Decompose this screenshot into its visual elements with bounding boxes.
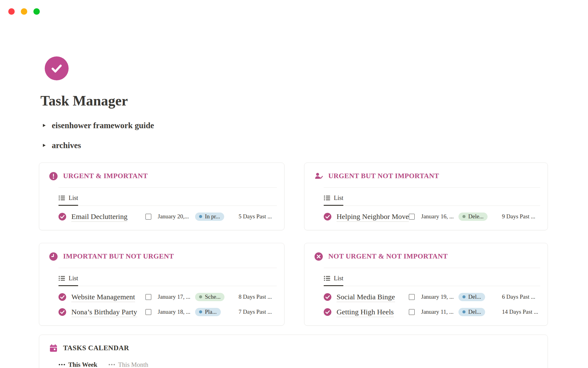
done-checkbox[interactable] bbox=[409, 294, 415, 300]
task-row: Email Decluttering January 20,... In pr.… bbox=[58, 213, 277, 221]
status-pill[interactable]: Del... bbox=[458, 308, 485, 316]
days-past-due: 6 Days Past ... bbox=[502, 293, 540, 300]
view-tabs: List bbox=[324, 268, 540, 286]
quadrant-card-not-urgent-not-important: NOT URGENT & NOT IMPORTANT List Social M… bbox=[304, 243, 548, 326]
days-past-due: 7 Days Past ... bbox=[239, 309, 277, 315]
clock-circle-icon bbox=[49, 252, 58, 261]
task-title-link[interactable]: Helping Neighbor Move bbox=[337, 213, 409, 222]
list-view-tab[interactable]: List bbox=[58, 275, 78, 286]
task-row: Getting High Heels January 11, ... Del..… bbox=[324, 308, 540, 316]
status-pill[interactable]: In pr... bbox=[195, 213, 224, 221]
task-due-date[interactable]: January 16, ... bbox=[421, 213, 458, 220]
task-title-link[interactable]: Social Media Binge bbox=[337, 293, 395, 302]
completed-check-circle-icon[interactable] bbox=[58, 308, 66, 316]
zoom-button[interactable] bbox=[33, 8, 40, 15]
list-view-tab[interactable]: List bbox=[324, 275, 343, 286]
view-tab-label: List bbox=[69, 194, 78, 201]
status-pill[interactable]: Sche... bbox=[195, 293, 224, 301]
task-title-link[interactable]: Website Management bbox=[71, 293, 135, 302]
completed-check-circle-icon[interactable] bbox=[324, 213, 331, 220]
view-tab-label: This Week bbox=[68, 361, 97, 368]
toggle-label: eisenhower framework guide bbox=[52, 121, 154, 130]
toggle-eisenhower-framework-guide[interactable]: eisenhower framework guide bbox=[43, 121, 548, 130]
completed-check-circle-icon[interactable] bbox=[58, 213, 66, 220]
task-manager-page: Task Manager eisenhower framework guide … bbox=[39, 56, 548, 368]
task-row: Website Management January 17, ... Sche.… bbox=[58, 293, 277, 301]
days-past-due: 14 Days Past ... bbox=[502, 309, 540, 315]
toggle-label: archives bbox=[52, 141, 81, 150]
close-button[interactable] bbox=[8, 8, 15, 15]
days-past-due: 9 Days Past ... bbox=[502, 213, 540, 220]
table-view-icon bbox=[58, 364, 65, 366]
quadrant-title: NOT URGENT & NOT IMPORTANT bbox=[328, 252, 448, 260]
task-title-link[interactable]: Email Decluttering bbox=[71, 213, 127, 222]
page-title: Task Manager bbox=[40, 93, 548, 109]
status-dot-icon bbox=[199, 215, 202, 218]
calendar-view-tabs: This Week This Month bbox=[58, 361, 540, 368]
list-icon bbox=[324, 275, 330, 281]
toggle-archives[interactable]: archives bbox=[43, 141, 548, 150]
tasks-calendar-card: TASKS CALENDAR This Week This Month bbox=[39, 335, 548, 368]
list-icon bbox=[58, 195, 65, 201]
view-tabs: List bbox=[58, 188, 277, 206]
completed-check-circle-icon[interactable] bbox=[58, 293, 66, 301]
done-checkbox[interactable] bbox=[145, 309, 151, 315]
list-icon bbox=[324, 195, 330, 201]
table-view-icon bbox=[108, 364, 115, 366]
days-past-due: 8 Days Past ... bbox=[239, 293, 277, 300]
status-pill[interactable]: Del... bbox=[458, 293, 485, 301]
view-tab-label: List bbox=[334, 194, 343, 201]
exclamation-circle-icon bbox=[49, 172, 58, 180]
task-due-date[interactable]: January 18, ... bbox=[158, 309, 195, 315]
status-dot-icon bbox=[462, 295, 466, 298]
task-row: Social Media Binge January 19, ... Del..… bbox=[324, 293, 540, 301]
minimize-button[interactable] bbox=[21, 8, 27, 15]
x-circle-icon bbox=[315, 252, 323, 261]
task-due-date[interactable]: January 11, ... bbox=[421, 309, 458, 315]
quadrant-title: URGENT BUT NOT IMPORTANT bbox=[328, 172, 439, 180]
task-title-link[interactable]: Getting High Heels bbox=[337, 308, 394, 317]
status-pill[interactable]: Dele... bbox=[458, 213, 488, 221]
view-tab-label: List bbox=[334, 275, 343, 282]
calendar-card-title: TASKS CALENDAR bbox=[63, 344, 129, 352]
view-tabs: List bbox=[58, 268, 277, 286]
quadrant-grid: URGENT & IMPORTANT List Email Declutteri… bbox=[39, 163, 548, 326]
status-pill[interactable]: Pla... bbox=[195, 308, 221, 316]
done-checkbox[interactable] bbox=[409, 309, 415, 315]
chevron-right-icon[interactable] bbox=[43, 123, 46, 128]
list-icon bbox=[58, 275, 65, 281]
done-checkbox[interactable] bbox=[409, 214, 415, 220]
page-check-circle-icon[interactable] bbox=[45, 56, 69, 80]
done-checkbox[interactable] bbox=[145, 214, 151, 220]
window-controls bbox=[8, 8, 40, 15]
chevron-right-icon[interactable] bbox=[43, 143, 46, 148]
checkmark-icon bbox=[50, 61, 64, 75]
view-tabs: List bbox=[324, 188, 540, 206]
view-tab-this-week[interactable]: This Week bbox=[58, 361, 97, 368]
quadrant-card-urgent-but-not-important: URGENT BUT NOT IMPORTANT List Helping Ne… bbox=[304, 163, 548, 230]
task-row: Nona’s Birthday Party January 18, ... Pl… bbox=[58, 308, 277, 316]
days-past-due: 5 Days Past ... bbox=[239, 213, 277, 220]
quadrant-title: URGENT & IMPORTANT bbox=[63, 172, 148, 180]
done-checkbox[interactable] bbox=[145, 294, 151, 300]
task-due-date[interactable]: January 17, ... bbox=[158, 293, 195, 300]
task-due-date[interactable]: January 19, ... bbox=[421, 293, 458, 300]
status-dot-icon bbox=[199, 310, 202, 313]
status-dot-icon bbox=[462, 215, 466, 218]
quadrant-card-important-but-not-urgent: IMPORTANT BUT NOT URGENT List Website Ma… bbox=[39, 243, 285, 326]
list-view-tab[interactable]: List bbox=[324, 194, 343, 206]
task-title-link[interactable]: Nona’s Birthday Party bbox=[71, 308, 137, 317]
quadrant-card-urgent-important: URGENT & IMPORTANT List Email Declutteri… bbox=[39, 163, 285, 230]
status-dot-icon bbox=[199, 295, 202, 298]
calendar-icon bbox=[49, 344, 58, 352]
completed-check-circle-icon[interactable] bbox=[324, 293, 331, 301]
task-due-date[interactable]: January 20,... bbox=[158, 213, 195, 220]
list-view-tab[interactable]: List bbox=[58, 194, 78, 206]
view-tab-this-month[interactable]: This Month bbox=[108, 361, 149, 368]
task-row: Helping Neighbor Move January 16, ... De… bbox=[324, 213, 540, 221]
person-check-icon bbox=[315, 172, 323, 180]
completed-check-circle-icon[interactable] bbox=[324, 308, 331, 316]
quadrant-title: IMPORTANT BUT NOT URGENT bbox=[63, 252, 174, 260]
view-tab-label: List bbox=[69, 275, 78, 282]
status-dot-icon bbox=[462, 310, 466, 313]
